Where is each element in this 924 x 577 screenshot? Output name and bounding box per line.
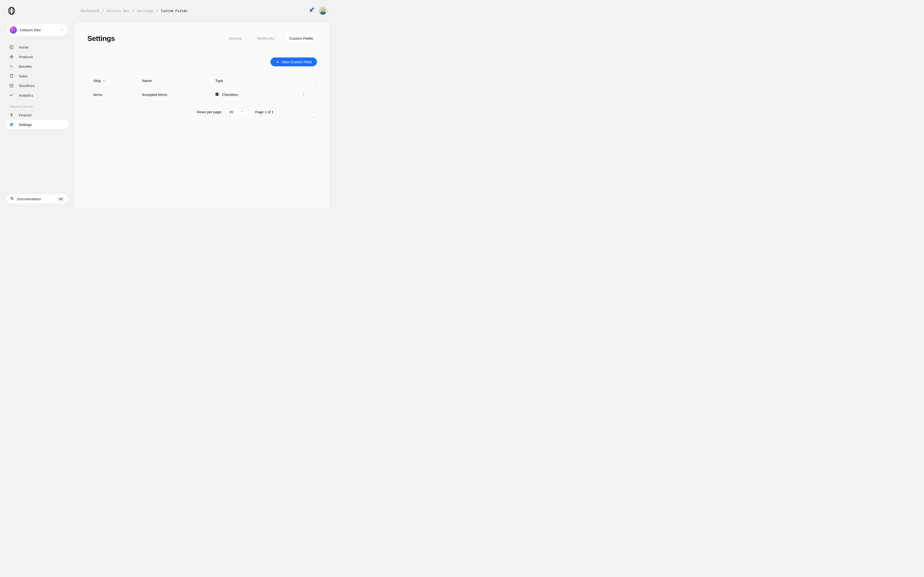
plus-icon: [276, 60, 279, 64]
svg-point-6: [10, 56, 11, 57]
more-vertical-icon: [302, 93, 305, 97]
sidebar-item-products[interactable]: Products: [6, 52, 69, 61]
home-icon: [9, 45, 14, 50]
tab-webhooks[interactable]: Webhooks: [253, 34, 278, 43]
breadcrumb-separator: /: [132, 9, 134, 13]
sidebar-item-analytics[interactable]: Analytics: [6, 90, 69, 100]
svg-point-7: [13, 56, 13, 57]
tab-custom-fields[interactable]: Custom Fields: [285, 34, 317, 43]
breadcrumb-separator: /: [102, 9, 104, 13]
page-info: Page 1 of 1: [255, 110, 274, 114]
svg-line-17: [13, 199, 13, 200]
page-last-icon: [312, 110, 315, 114]
checkbox-icon: [215, 92, 219, 97]
svg-point-16: [11, 197, 13, 199]
column-header-type[interactable]: Type: [215, 79, 296, 83]
type-label: Checkbox: [222, 93, 238, 97]
svg-point-15: [11, 125, 11, 126]
svg-point-13: [12, 124, 13, 125]
page-title: Settings: [87, 34, 115, 43]
sidebar-item-label: Analytics: [19, 93, 33, 97]
sidebar-item-label: Storefront: [19, 84, 35, 88]
user-avatar[interactable]: [318, 6, 327, 15]
settings-icon: [9, 122, 14, 127]
org-switcher[interactable]: Unicorn Dev: [7, 24, 68, 36]
button-label: New Custom Field: [282, 60, 312, 64]
rows-per-page-label: Rows per page: [197, 110, 221, 114]
sidebar-item-settings[interactable]: Settings: [6, 120, 69, 129]
sidebar-item-label: Finance: [19, 113, 32, 117]
svg-point-11: [11, 123, 11, 124]
sidebar-item-label: Settings: [19, 122, 32, 127]
documentation-button[interactable]: Documentation ⌘K: [7, 194, 68, 204]
page-next-button[interactable]: [300, 108, 308, 116]
products-icon: [9, 54, 14, 59]
breadcrumb-item[interactable]: Settings: [137, 9, 153, 13]
custom-fields-table: Slug Name Type terms Accepted terms Chec…: [87, 74, 317, 102]
svg-point-5: [11, 56, 12, 58]
storefront-icon: [9, 83, 14, 88]
sidebar-item-label: Sales: [19, 74, 28, 78]
search-icon: [10, 197, 14, 201]
breadcrumb-current: Custom Fields: [161, 9, 187, 13]
sidebar: Unicorn Dev Home Products Benefits Sales: [0, 22, 74, 208]
page-prev-button[interactable]: [291, 108, 299, 116]
svg-point-21: [304, 95, 304, 96]
sidebar-section-label: ORGANIZATION: [6, 100, 69, 110]
sort-asc-icon: [102, 79, 105, 83]
notification-badge: [312, 8, 314, 10]
sidebar-item-finance[interactable]: Finance: [6, 110, 69, 120]
rows-per-page-select[interactable]: 20: [225, 108, 247, 116]
column-label: Name: [142, 79, 152, 83]
documentation-label: Documentation: [17, 197, 54, 201]
breadcrumb-item[interactable]: Dashboard: [81, 9, 99, 13]
cell-type: Checkbox: [215, 92, 296, 97]
sidebar-item-label: Home: [19, 45, 28, 49]
cell-name: Accepted terms: [142, 93, 215, 97]
select-value: 20: [229, 110, 233, 114]
pagination-nav: [282, 108, 317, 116]
notifications-button[interactable]: [308, 8, 314, 14]
cell-slug: terms: [94, 93, 142, 97]
keyboard-shortcut: ⌘K: [57, 197, 65, 201]
svg-point-9: [11, 58, 12, 58]
page-first-icon: [284, 110, 288, 114]
table-footer: Rows per page 20 Page 1 of 1: [87, 102, 317, 116]
org-name: Unicorn Dev: [20, 28, 57, 32]
chevron-right-icon: [302, 110, 306, 114]
org-avatar: [10, 26, 17, 34]
settings-tabs: General Webhooks Custom Fields: [225, 34, 317, 43]
svg-point-20: [304, 94, 304, 95]
sidebar-item-label: Products: [19, 55, 33, 59]
table-row[interactable]: terms Accepted terms Checkbox: [87, 87, 317, 102]
chevron-down-icon: [60, 28, 63, 32]
tab-general[interactable]: General: [225, 34, 246, 43]
new-custom-field-button[interactable]: New Custom Field: [270, 58, 317, 66]
main-content: Settings General Webhooks Custom Fields …: [74, 22, 330, 208]
column-header-name[interactable]: Name: [142, 79, 215, 83]
benefits-icon: [9, 64, 14, 69]
column-header-slug[interactable]: Slug: [94, 79, 142, 83]
svg-point-1: [10, 7, 13, 15]
sidebar-item-sales[interactable]: Sales: [6, 71, 69, 81]
sales-icon: [9, 74, 14, 78]
analytics-icon: [9, 93, 14, 98]
breadcrumb-separator: /: [156, 9, 158, 13]
sidebar-item-home[interactable]: Home: [6, 42, 69, 52]
column-label: Type: [215, 79, 223, 83]
svg-point-0: [9, 7, 15, 15]
sidebar-item-benefits[interactable]: Benefits: [6, 61, 69, 71]
page-first-button[interactable]: [282, 108, 289, 116]
row-actions-button[interactable]: [301, 92, 307, 97]
breadcrumb-item[interactable]: Unicorn Dev: [107, 9, 129, 13]
svg-point-8: [11, 55, 12, 56]
app-logo[interactable]: [7, 6, 16, 15]
chevron-down-icon: [241, 110, 244, 114]
breadcrumb: Dashboard / Unicorn Dev / Settings / Cus…: [81, 9, 187, 13]
sidebar-item-label: Benefits: [19, 64, 32, 69]
column-label: Slug: [94, 79, 100, 83]
chevron-left-icon: [293, 110, 297, 114]
svg-point-19: [304, 93, 304, 93]
sidebar-item-storefront[interactable]: Storefront: [6, 81, 69, 90]
page-last-button[interactable]: [310, 108, 317, 116]
